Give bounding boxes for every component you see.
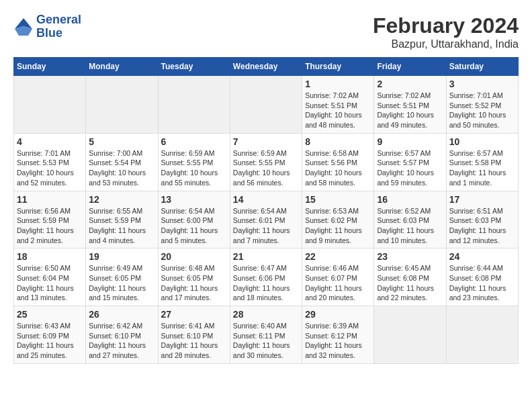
day-info: Sunrise: 6:42 AM Sunset: 6:10 PM Dayligh… — [89, 321, 154, 361]
logo-line2: Blue — [36, 27, 81, 40]
title-block: February 2024 Bazpur, Uttarakhand, India — [373, 13, 519, 50]
calendar-day-cell: 10Sunrise: 6:57 AM Sunset: 5:58 PM Dayli… — [446, 133, 518, 191]
calendar-day-cell: 25Sunrise: 6:43 AM Sunset: 6:09 PM Dayli… — [14, 306, 86, 364]
day-header: Saturday — [446, 58, 518, 76]
day-number: 14 — [233, 194, 299, 205]
calendar-week-row: 4Sunrise: 7:01 AM Sunset: 5:53 PM Daylig… — [14, 133, 519, 191]
day-info: Sunrise: 7:01 AM Sunset: 5:53 PM Dayligh… — [17, 148, 83, 188]
page-header: General Blue February 2024 Bazpur, Uttar… — [13, 13, 519, 50]
day-info: Sunrise: 6:57 AM Sunset: 5:57 PM Dayligh… — [377, 148, 443, 188]
day-number: 29 — [305, 309, 371, 320]
day-number: 4 — [17, 136, 83, 147]
day-header: Sunday — [14, 58, 86, 76]
day-info: Sunrise: 6:46 AM Sunset: 6:07 PM Dayligh… — [305, 263, 371, 303]
calendar-day-cell: 19Sunrise: 6:49 AM Sunset: 6:05 PM Dayli… — [86, 248, 158, 306]
day-info: Sunrise: 6:54 AM Sunset: 6:00 PM Dayligh… — [161, 206, 227, 246]
day-info: Sunrise: 6:59 AM Sunset: 5:55 PM Dayligh… — [233, 148, 299, 188]
calendar-day-cell: 20Sunrise: 6:48 AM Sunset: 6:05 PM Dayli… — [158, 248, 230, 306]
calendar-day-cell: 7Sunrise: 6:59 AM Sunset: 5:55 PM Daylig… — [230, 133, 302, 191]
calendar-day-cell — [14, 76, 86, 134]
day-info: Sunrise: 6:53 AM Sunset: 6:02 PM Dayligh… — [305, 206, 371, 246]
logo-icon — [13, 17, 34, 37]
day-info: Sunrise: 6:43 AM Sunset: 6:09 PM Dayligh… — [17, 321, 83, 361]
logo: General Blue — [13, 13, 81, 40]
day-number: 5 — [89, 136, 154, 147]
calendar-day-cell: 29Sunrise: 6:39 AM Sunset: 6:12 PM Dayli… — [302, 306, 374, 364]
calendar-header: SundayMondayTuesdayWednesdayThursdayFrid… — [14, 58, 519, 76]
calendar-day-cell — [446, 306, 518, 364]
day-info: Sunrise: 7:02 AM Sunset: 5:51 PM Dayligh… — [377, 91, 443, 130]
day-number: 20 — [161, 251, 227, 262]
day-info: Sunrise: 6:51 AM Sunset: 6:03 PM Dayligh… — [449, 206, 515, 246]
day-info: Sunrise: 6:39 AM Sunset: 6:12 PM Dayligh… — [305, 321, 371, 361]
calendar-week-row: 1Sunrise: 7:02 AM Sunset: 5:51 PM Daylig… — [14, 76, 519, 134]
calendar-title: February 2024 — [373, 13, 519, 38]
day-number: 13 — [161, 194, 227, 205]
day-info: Sunrise: 6:57 AM Sunset: 5:58 PM Dayligh… — [449, 148, 515, 188]
day-info: Sunrise: 6:56 AM Sunset: 5:59 PM Dayligh… — [17, 206, 83, 246]
calendar-day-cell: 2Sunrise: 7:02 AM Sunset: 5:51 PM Daylig… — [374, 76, 446, 134]
day-info: Sunrise: 6:49 AM Sunset: 6:05 PM Dayligh… — [89, 263, 154, 303]
calendar-day-cell: 26Sunrise: 6:42 AM Sunset: 6:10 PM Dayli… — [86, 306, 158, 364]
day-number: 2 — [377, 79, 443, 89]
day-number: 24 — [449, 251, 515, 262]
calendar-body: 1Sunrise: 7:02 AM Sunset: 5:51 PM Daylig… — [14, 76, 519, 364]
day-number: 9 — [377, 136, 443, 147]
day-number: 12 — [89, 194, 154, 205]
day-header: Monday — [86, 58, 158, 76]
day-info: Sunrise: 6:52 AM Sunset: 6:03 PM Dayligh… — [377, 206, 443, 246]
calendar-day-cell: 15Sunrise: 6:53 AM Sunset: 6:02 PM Dayli… — [302, 191, 374, 248]
day-number: 28 — [233, 309, 299, 320]
day-number: 26 — [89, 309, 154, 320]
calendar-day-cell: 1Sunrise: 7:02 AM Sunset: 5:51 PM Daylig… — [302, 76, 374, 134]
day-number: 25 — [17, 309, 83, 320]
day-number: 1 — [305, 79, 371, 89]
day-number: 8 — [305, 136, 371, 147]
calendar-day-cell: 11Sunrise: 6:56 AM Sunset: 5:59 PM Dayli… — [14, 191, 86, 248]
day-header: Thursday — [302, 58, 374, 76]
day-info: Sunrise: 6:41 AM Sunset: 6:10 PM Dayligh… — [161, 321, 227, 361]
day-info: Sunrise: 6:54 AM Sunset: 6:01 PM Dayligh… — [233, 206, 299, 246]
calendar-day-cell: 17Sunrise: 6:51 AM Sunset: 6:03 PM Dayli… — [446, 191, 518, 248]
calendar-day-cell: 3Sunrise: 7:01 AM Sunset: 5:52 PM Daylig… — [446, 76, 518, 134]
days-header-row: SundayMondayTuesdayWednesdayThursdayFrid… — [14, 58, 519, 76]
day-info: Sunrise: 6:45 AM Sunset: 6:08 PM Dayligh… — [377, 263, 443, 303]
calendar-day-cell: 24Sunrise: 6:44 AM Sunset: 6:08 PM Dayli… — [446, 248, 518, 306]
day-number: 18 — [17, 251, 83, 262]
calendar-subtitle: Bazpur, Uttarakhand, India — [373, 38, 519, 50]
calendar-day-cell: 18Sunrise: 6:50 AM Sunset: 6:04 PM Dayli… — [14, 248, 86, 306]
calendar-day-cell: 21Sunrise: 6:47 AM Sunset: 6:06 PM Dayli… — [230, 248, 302, 306]
calendar-day-cell: 27Sunrise: 6:41 AM Sunset: 6:10 PM Dayli… — [158, 306, 230, 364]
day-header: Friday — [374, 58, 446, 76]
day-number: 27 — [161, 309, 227, 320]
day-number: 22 — [305, 251, 371, 262]
calendar-day-cell: 9Sunrise: 6:57 AM Sunset: 5:57 PM Daylig… — [374, 133, 446, 191]
day-number: 21 — [233, 251, 299, 262]
day-number: 7 — [233, 136, 299, 147]
calendar-table: SundayMondayTuesdayWednesdayThursdayFrid… — [13, 57, 519, 364]
logo-line1: General — [36, 13, 81, 27]
day-info: Sunrise: 6:40 AM Sunset: 6:11 PM Dayligh… — [233, 321, 299, 361]
day-header: Tuesday — [158, 58, 230, 76]
day-number: 6 — [161, 136, 227, 147]
calendar-week-row: 11Sunrise: 6:56 AM Sunset: 5:59 PM Dayli… — [14, 191, 519, 248]
calendar-day-cell — [158, 76, 230, 134]
calendar-day-cell: 4Sunrise: 7:01 AM Sunset: 5:53 PM Daylig… — [14, 133, 86, 191]
day-info: Sunrise: 6:50 AM Sunset: 6:04 PM Dayligh… — [17, 263, 83, 303]
day-number: 11 — [17, 194, 83, 205]
calendar-week-row: 25Sunrise: 6:43 AM Sunset: 6:09 PM Dayli… — [14, 306, 519, 364]
calendar-day-cell: 13Sunrise: 6:54 AM Sunset: 6:00 PM Dayli… — [158, 191, 230, 248]
day-info: Sunrise: 6:47 AM Sunset: 6:06 PM Dayligh… — [233, 263, 299, 303]
day-info: Sunrise: 6:48 AM Sunset: 6:05 PM Dayligh… — [161, 263, 227, 303]
calendar-day-cell: 22Sunrise: 6:46 AM Sunset: 6:07 PM Dayli… — [302, 248, 374, 306]
day-info: Sunrise: 6:59 AM Sunset: 5:55 PM Dayligh… — [161, 148, 227, 188]
calendar-day-cell: 16Sunrise: 6:52 AM Sunset: 6:03 PM Dayli… — [374, 191, 446, 248]
day-info: Sunrise: 6:58 AM Sunset: 5:56 PM Dayligh… — [305, 148, 371, 188]
calendar-day-cell: 5Sunrise: 7:00 AM Sunset: 5:54 PM Daylig… — [86, 133, 158, 191]
day-info: Sunrise: 7:02 AM Sunset: 5:51 PM Dayligh… — [305, 91, 371, 130]
day-number: 23 — [377, 251, 443, 262]
day-number: 17 — [449, 194, 515, 205]
calendar-day-cell — [374, 306, 446, 364]
day-info: Sunrise: 7:00 AM Sunset: 5:54 PM Dayligh… — [89, 148, 154, 188]
day-header: Wednesday — [230, 58, 302, 76]
